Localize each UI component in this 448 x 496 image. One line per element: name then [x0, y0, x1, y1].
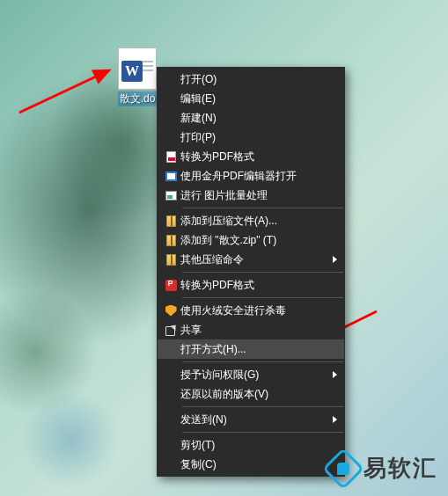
- zip-icon: [161, 252, 180, 266]
- menu-separator: [182, 432, 343, 433]
- menu-item[interactable]: 添加到 "散文.zip" (T): [158, 230, 344, 250]
- blank-icon: [161, 130, 180, 144]
- pdf2-icon: [161, 278, 180, 292]
- menu-item[interactable]: 发送到(N): [158, 410, 344, 429]
- pdf-icon: [161, 150, 180, 164]
- menu-item-label: 剪切(T): [180, 440, 337, 450]
- blank-icon: [161, 457, 180, 471]
- menu-item[interactable]: 剪切(T): [158, 435, 344, 455]
- menu-item[interactable]: 打开方式(H)...: [158, 339, 344, 359]
- watermark: 易软汇: [328, 453, 437, 484]
- menu-item[interactable]: 还原以前的版本(V): [158, 384, 344, 404]
- blank-icon: [161, 72, 180, 86]
- menu-item-label: 共享: [180, 325, 337, 335]
- submenu-arrow-icon: [333, 416, 337, 423]
- menu-item[interactable]: 转换为PDF格式: [158, 275, 344, 295]
- zip-icon: [161, 214, 180, 228]
- menu-item-label: 还原以前的版本(V): [180, 389, 337, 399]
- menu-item-label: 其他压缩命令: [180, 254, 327, 265]
- menu-item[interactable]: 复制(C): [158, 455, 344, 474]
- desktop-file-word[interactable]: 散文.do: [113, 47, 162, 106]
- menu-item-label: 打开(O): [180, 74, 337, 84]
- pdfe-icon: [161, 169, 180, 183]
- blank-icon: [161, 368, 180, 382]
- word-file-icon: [118, 47, 157, 90]
- menu-item[interactable]: 进行 图片批量处理: [158, 186, 344, 205]
- menu-item-label: 转换为PDF格式: [180, 151, 337, 162]
- menu-item[interactable]: 打印(P): [158, 128, 344, 147]
- menu-item-label: 授予访问权限(G): [180, 369, 327, 380]
- menu-item[interactable]: 共享: [158, 320, 344, 339]
- menu-item[interactable]: 其他压缩命令: [158, 250, 344, 269]
- img-icon: [161, 188, 180, 202]
- blank-icon: [161, 111, 180, 125]
- shield-icon: [161, 303, 180, 317]
- menu-item-label: 打开方式(H)...: [180, 344, 337, 354]
- blank-icon: [161, 438, 180, 452]
- menu-item-label: 编辑(E): [180, 93, 337, 104]
- menu-item-label: 使用火绒安全进行杀毒: [180, 305, 337, 316]
- menu-item-label: 打印(P): [180, 132, 337, 142]
- zip-icon: [161, 233, 180, 247]
- share-icon: [161, 323, 180, 337]
- menu-item-label: 新建(N): [180, 113, 337, 123]
- submenu-arrow-icon: [333, 371, 337, 378]
- menu-separator: [182, 272, 343, 273]
- blank-icon: [161, 387, 180, 401]
- blank-icon: [161, 342, 180, 356]
- menu-item[interactable]: 授予访问权限(G): [158, 365, 344, 384]
- blank-icon: [161, 412, 180, 427]
- menu-separator: [182, 208, 343, 208]
- menu-item[interactable]: 编辑(E): [158, 89, 344, 108]
- menu-separator: [182, 297, 343, 298]
- blank-icon: [161, 91, 180, 106]
- submenu-arrow-icon: [333, 256, 337, 263]
- menu-item-label: 转换为PDF格式: [180, 280, 337, 290]
- menu-item[interactable]: 添加到压缩文件(A)...: [158, 211, 344, 230]
- file-label: 散文.do: [118, 91, 158, 106]
- watermark-logo-icon: [322, 447, 364, 489]
- menu-item-label: 进行 图片批量处理: [180, 190, 337, 201]
- menu-item-label: 发送到(N): [180, 414, 327, 425]
- menu-item-label: 复制(C): [180, 459, 337, 470]
- watermark-text: 易软汇: [364, 453, 437, 484]
- menu-item-label: 使用金舟PDF编辑器打开: [180, 171, 337, 181]
- menu-item[interactable]: 新建(N): [158, 108, 344, 128]
- menu-item[interactable]: 转换为PDF格式: [158, 147, 344, 166]
- menu-item[interactable]: 使用金舟PDF编辑器打开: [158, 166, 344, 186]
- menu-separator: [182, 361, 343, 362]
- menu-item-label: 添加到 "散文.zip" (T): [180, 235, 337, 245]
- menu-item[interactable]: 使用火绒安全进行杀毒: [158, 301, 344, 320]
- menu-item[interactable]: 打开(O): [158, 69, 344, 89]
- context-menu: 打开(O)编辑(E)新建(N)打印(P)转换为PDF格式使用金舟PDF编辑器打开…: [157, 67, 345, 477]
- menu-item-label: 添加到压缩文件(A)...: [180, 215, 337, 226]
- menu-separator: [182, 406, 343, 407]
